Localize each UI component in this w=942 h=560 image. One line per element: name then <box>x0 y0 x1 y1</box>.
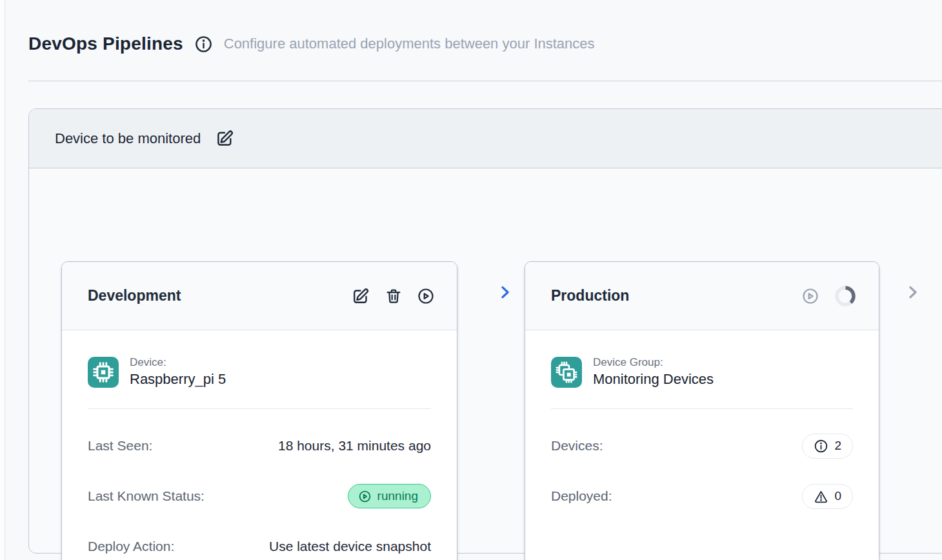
devices-row: Devices: 2 <box>551 432 853 459</box>
development-card-body: Device: Raspberry_pi 5 Last Seen: 18 hou… <box>62 330 457 560</box>
scroll-next-icon[interactable] <box>904 283 922 305</box>
devices-label: Devices: <box>551 438 603 454</box>
warning-triangle-icon <box>814 489 828 504</box>
device-name: Raspberry_pi 5 <box>130 371 226 388</box>
page-title: DevOps Pipelines <box>28 34 183 54</box>
page-header: DevOps Pipelines Configure automated dep… <box>28 34 929 54</box>
run-stage-icon-disabled[interactable] <box>801 287 819 305</box>
loading-spinner-icon <box>834 285 857 308</box>
left-page-divider <box>0 0 5 560</box>
play-circle-icon <box>358 490 372 503</box>
deployed-row: Deployed: 0 <box>551 483 853 510</box>
pipeline-panel-header: Device to be monitored <box>29 109 942 168</box>
deployed-count: 0 <box>834 489 841 503</box>
development-actions <box>351 286 435 306</box>
pipeline-panel: Device to be monitored Development <box>28 108 942 554</box>
deploy-action-value: Use latest device snapshot <box>269 539 431 554</box>
device-group-meta: Device Group: Monitoring Devices <box>593 356 714 388</box>
edit-stage-icon[interactable] <box>351 286 370 306</box>
status-badge: running <box>348 484 431 508</box>
device-meta: Device: Raspberry_pi 5 <box>130 356 226 388</box>
device-group-chips-icon <box>551 357 582 388</box>
pipeline-stages: Development <box>29 168 942 554</box>
production-card-header: Production <box>525 262 879 330</box>
device-group-row: Device Group: Monitoring Devices <box>551 356 853 388</box>
production-actions <box>801 285 857 308</box>
last-known-status-row: Last Known Status: running <box>88 483 431 510</box>
development-stage-card: Development <box>61 261 457 560</box>
device-group-label: Device Group: <box>593 356 714 369</box>
device-chip-icon <box>88 357 119 388</box>
delete-stage-icon[interactable] <box>385 287 403 305</box>
card-divider <box>551 408 853 409</box>
status-text: running <box>377 489 418 503</box>
deployed-label: Deployed: <box>551 488 612 504</box>
edit-pipeline-icon[interactable] <box>215 128 235 148</box>
last-seen-value: 18 hours, 31 minutes ago <box>278 438 431 454</box>
last-known-status-label: Last Known Status: <box>88 488 205 504</box>
last-seen-label: Last Seen: <box>88 438 152 454</box>
last-seen-row: Last Seen: 18 hours, 31 minutes ago <box>88 432 431 459</box>
flow-arrow-icon <box>496 283 514 305</box>
run-stage-icon[interactable] <box>417 287 435 305</box>
card-divider <box>88 408 431 409</box>
stage-title: Development <box>88 287 181 305</box>
info-icon <box>814 439 828 454</box>
device-group-name: Monitoring Devices <box>593 371 714 388</box>
pipeline-name: Device to be monitored <box>55 130 201 147</box>
info-icon[interactable] <box>194 35 213 54</box>
deploy-action-label: Deploy Action: <box>88 539 174 554</box>
deployed-count-pill[interactable]: 0 <box>802 484 853 509</box>
development-card-header: Development <box>62 262 457 330</box>
stage-title: Production <box>551 287 629 305</box>
header-divider <box>28 81 942 81</box>
device-row: Device: Raspberry_pi 5 <box>88 356 431 388</box>
production-stage-card: Production <box>525 261 879 560</box>
deploy-action-row: Deploy Action: Use latest device snapsho… <box>88 533 431 560</box>
device-label: Device: <box>130 356 226 369</box>
devices-count-pill[interactable]: 2 <box>802 434 853 459</box>
production-card-body: Device Group: Monitoring Devices Devices… <box>525 330 879 560</box>
page-subtitle: Configure automated deployments between … <box>224 35 595 52</box>
devices-count: 2 <box>834 439 841 453</box>
